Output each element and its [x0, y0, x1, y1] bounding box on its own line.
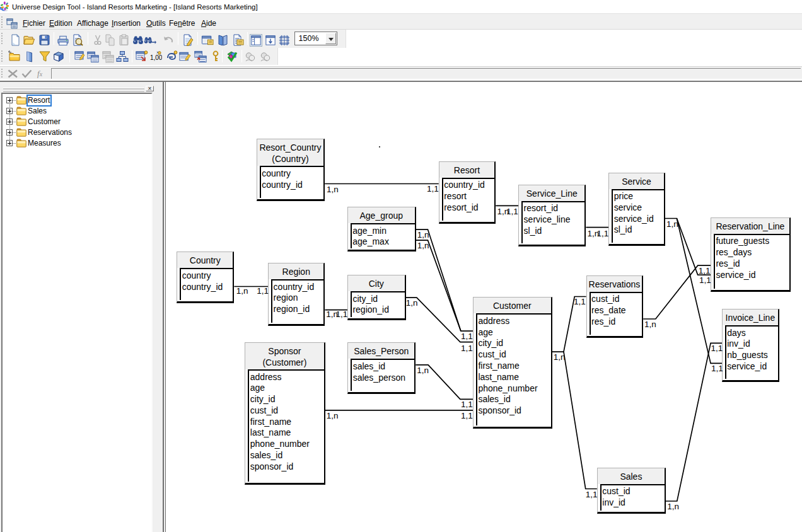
svg-text:1,00: 1,00 [150, 54, 162, 61]
